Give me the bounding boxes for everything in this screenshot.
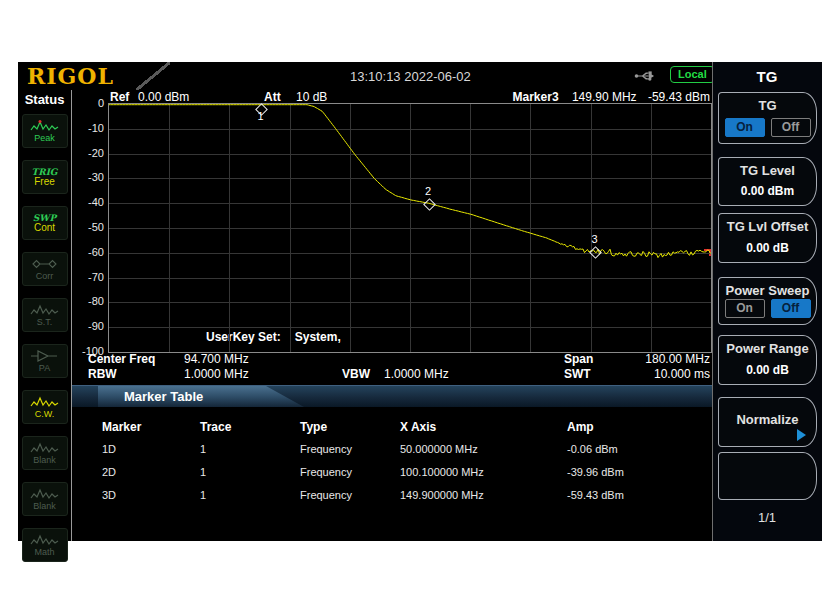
usb-icon [634, 69, 660, 87]
marker-table-title: Marker Table [124, 389, 304, 404]
clock: 13:10:13 2022-06-02 [350, 69, 471, 84]
swt-label: SWT [564, 367, 591, 381]
marker-2-number: 2 [421, 185, 435, 197]
vbw-label: VBW [342, 367, 370, 381]
power-range-button[interactable]: Power Range0.00 dB [718, 335, 817, 385]
table-col-amp: Amp [567, 420, 594, 434]
softkey-value: 0.00 dBm [719, 184, 816, 198]
softkey-label: TG [719, 98, 816, 113]
span-value: 180.00 MHz [620, 352, 710, 366]
status-panel-title: Status [18, 92, 71, 107]
menu-title: TG [713, 68, 821, 85]
tg-toggle-on-option[interactable]: On [725, 118, 765, 137]
table-cell: 3D [102, 489, 116, 501]
y-tick-label: -50 [72, 221, 104, 233]
measurement-area: Ref 0.00 dBm Att 10 dB Marker3 149.90 MH… [72, 90, 712, 541]
table-cell: 100.100000 MHz [400, 466, 484, 478]
graph-info-line: Ref 0.00 dBm Att 10 dB Marker3 149.90 MH… [72, 90, 712, 103]
status-item-peak: Peak [22, 114, 68, 148]
status-item-label: Math [34, 547, 54, 557]
table-cell: -59.43 dBm [567, 489, 624, 501]
table-cell: Frequency [300, 489, 352, 501]
softkey-label: TG Level [719, 163, 816, 178]
status-item-blank1: Blank [22, 436, 68, 470]
wave-icon [30, 441, 60, 455]
table-col-trace: Trace [200, 420, 231, 434]
table-cell: -0.06 dBm [567, 443, 618, 455]
status-item-pa: PA [22, 344, 68, 378]
y-tick-label: -10 [72, 122, 104, 134]
ref-level-value: 0.00 dBm [138, 90, 189, 104]
tg-lvl-offset-button[interactable]: TG Lvl Offset0.00 dB [718, 213, 817, 263]
marker-readout-amp: -59.43 dBm [648, 90, 710, 104]
status-item-label: PA [39, 363, 50, 373]
marker-table-band: Marker Table [72, 385, 712, 407]
peak-icon [30, 119, 60, 133]
footer-row-2: RBW 1.0000 MHz VBW 1.0000 MHz SWT 10.000… [72, 367, 712, 381]
marker-readout: Marker3 149.90 MHz -59.43 dBm [412, 90, 710, 104]
status-item-math: Math [22, 528, 68, 562]
table-cell: Frequency [300, 443, 352, 455]
table-row: 1D1Frequency50.000000 MHz-0.06 dBm [72, 443, 712, 457]
status-item-trig: TRIGFree [22, 160, 68, 194]
marker-readout-freq: 149.90 MHz [572, 90, 637, 104]
status-item-label: C.W. [35, 409, 55, 419]
wave-icon [30, 303, 60, 317]
logo-divider [136, 62, 170, 90]
top-bar: RIGOL 13:10:13 2022-06-02 Local [18, 62, 822, 91]
table-col-type: Type [300, 420, 327, 434]
power-sweep-button[interactable]: Power SweepOnOff [718, 277, 817, 325]
marker-table-tab: Marker Table [98, 386, 304, 407]
footer-row-1: Center Freq 94.700 MHz Span 180.00 MHz [72, 352, 712, 366]
rbw-label: RBW [88, 367, 117, 381]
marker-readout-label: Marker3 [513, 90, 559, 104]
softkey-value: 0.00 dB [719, 363, 816, 377]
table-cell: 1 [200, 466, 206, 478]
blank-button[interactable] [718, 452, 817, 500]
status-item-label: Blank [33, 501, 56, 511]
status-items: PeakTRIGFreeSWPContCorrS.T.PAC.W.BlankBl… [18, 114, 71, 562]
y-tick-label: -40 [72, 196, 104, 208]
y-tick-label: -90 [72, 320, 104, 332]
tg-toggle-off-option[interactable]: Off [771, 118, 811, 137]
table-cell: 1 [200, 489, 206, 501]
marker-1-number: 1 [254, 110, 268, 122]
rbw-value: 1.0000 MHz [184, 367, 249, 381]
attenuation-value: 10 dB [296, 90, 327, 104]
status-item-label: Corr [36, 271, 54, 281]
attenuation-label: Att [264, 90, 281, 104]
y-tick-label: 0 [72, 97, 104, 109]
softkey-label: Normalize [719, 412, 816, 427]
menu-page-indicator: 1/1 [713, 510, 821, 525]
y-tick-label: -20 [72, 147, 104, 159]
marker-3-number: 3 [588, 233, 602, 245]
screenshot-page: RIGOL 13:10:13 2022-06-02 Local Status P… [0, 0, 840, 600]
power-sweep-on-option[interactable]: On [725, 299, 765, 318]
status-item-swp: SWPCont [22, 206, 68, 240]
tg-menu: TG TGOnOffTG Level0.00 dBmTG Lvl Offset0… [712, 62, 822, 541]
status-item-blank2: Blank [22, 482, 68, 516]
span-label: Span [564, 352, 593, 366]
wave-icon [30, 487, 60, 501]
y-tick-label: -60 [72, 246, 104, 258]
center-freq-value: 94.700 MHz [184, 352, 249, 366]
softkey-label: Power Sweep [719, 283, 816, 298]
normalize-button[interactable]: Normalize [718, 397, 817, 447]
spectrum-trace [109, 104, 711, 352]
submenu-arrow-icon [797, 429, 806, 441]
spectrum-plot: UserKey Set:System, 123 [108, 103, 712, 353]
status-item-cw: C.W. [22, 390, 68, 424]
y-tick-label: -70 [72, 271, 104, 283]
softkey-label: Power Range [719, 341, 816, 356]
table-cell: -39.96 dBm [567, 466, 624, 478]
table-cell: 50.000000 MHz [400, 443, 478, 455]
swt-value: 10.000 ms [620, 367, 710, 381]
tg-level-button[interactable]: TG Level0.00 dBm [718, 157, 817, 206]
softkey-value: 0.00 dB [719, 241, 816, 255]
table-col-marker: Marker [102, 420, 141, 434]
power-sweep-off-option[interactable]: Off [771, 299, 811, 318]
wave-icon [30, 533, 60, 547]
y-tick-label: -80 [72, 295, 104, 307]
tg-toggle-button[interactable]: TGOnOff [718, 92, 817, 144]
table-cell: 149.900000 MHz [400, 489, 484, 501]
